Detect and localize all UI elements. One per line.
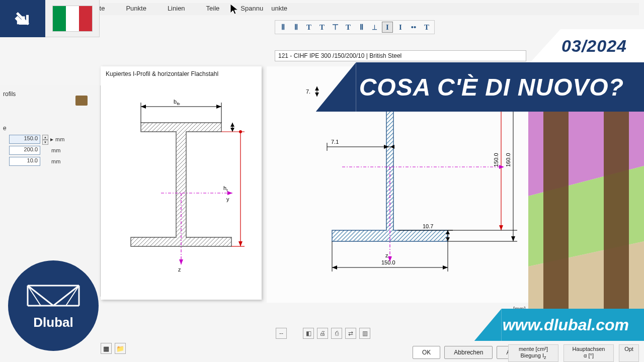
svg-marker-58 <box>511 236 515 241</box>
right-tool-2[interactable]: 🖨 <box>317 328 328 339</box>
menu-item-teile[interactable]: Teile <box>203 3 223 15</box>
svg-marker-50 <box>499 225 503 230</box>
svg-text:150.0: 150.0 <box>493 153 499 167</box>
arrow-down-right-icon <box>13 9 32 28</box>
section-type-t4[interactable]: T <box>343 22 354 33</box>
section-type-i4[interactable]: I <box>395 22 406 33</box>
diagram-title: Kupiertes I-Profil & horizontaler Flachs… <box>106 70 257 77</box>
svg-text:y: y <box>226 196 229 202</box>
menu-item-punkte[interactable]: Punkte <box>123 3 149 15</box>
param-spin-1[interactable]: ▲▼ <box>42 135 48 144</box>
left-tool-2[interactable]: 📁 <box>115 343 126 354</box>
ok-button[interactable]: OK <box>413 346 440 359</box>
menu-item-spannungspunkte-b[interactable]: unkte <box>268 3 290 15</box>
left-mini-toolbar: ▦ 📁 <box>101 343 126 354</box>
section-description: 121 - CIHF IPE 300 /150/200/10 | British… <box>275 50 526 61</box>
section-type-i1[interactable]: Ⅱ <box>277 22 288 33</box>
svg-marker-15 <box>230 128 234 132</box>
section-type-toolbar: Ⅱ Ⅱ T T ⊤ T Ⅱ ⟂ I I •• T <box>275 20 435 34</box>
flag-italy-icon <box>52 6 93 32</box>
svg-marker-61 <box>499 165 504 169</box>
param-unit-2: mm <box>51 147 60 153</box>
svg-marker-11 <box>216 105 221 109</box>
svg-text:7.: 7. <box>306 88 310 95</box>
section-type-i3[interactable]: Ⅱ <box>356 22 367 33</box>
url-text: www.dlubal.com <box>502 309 644 341</box>
right-mini-toolbar: -- ◧ 🖨 ⎙ ⇄ ▥ <box>276 328 370 339</box>
badge-arrow <box>0 0 45 37</box>
svg-marker-45 <box>332 265 337 269</box>
menu-item-spannungspunkte-a[interactable]: Spannu <box>237 3 266 15</box>
svg-text:z: z <box>385 252 388 258</box>
param-input-1[interactable]: 150.0 <box>9 135 40 144</box>
svg-line-70 <box>53 286 79 306</box>
svg-text:10.7: 10.7 <box>423 223 433 229</box>
headline-text: COSA C'È DI NUOVO? <box>356 62 644 112</box>
section-type-t1[interactable]: T <box>303 22 314 33</box>
library-icon[interactable] <box>75 96 88 106</box>
svg-line-69 <box>28 286 53 306</box>
param-unit-3: mm <box>51 158 60 164</box>
svg-line-71 <box>28 286 41 306</box>
svg-marker-46 <box>443 265 448 269</box>
section-type-dots[interactable]: •• <box>408 22 419 33</box>
svg-text:7.1: 7.1 <box>331 139 339 145</box>
section-type-selected[interactable]: I <box>382 22 393 33</box>
section-type-i2[interactable]: Ⅱ <box>290 22 301 33</box>
url-banner: www.dlubal.com <box>474 309 644 341</box>
svg-text:bfb: bfb <box>174 99 180 106</box>
col-header-1: mente [cm²] Biegung Iz <box>508 344 558 362</box>
svg-marker-22 <box>227 191 232 195</box>
svg-marker-4 <box>543 80 569 337</box>
param-input-2[interactable]: 200.0 <box>9 146 40 155</box>
svg-text:z: z <box>178 266 181 273</box>
section-type-if[interactable]: ⟂ <box>369 22 380 33</box>
badge-date: 03/2024 <box>530 29 644 62</box>
svg-marker-10 <box>141 105 146 109</box>
left-tool-1[interactable]: ▦ <box>101 343 112 354</box>
right-tool-dash: -- <box>276 328 287 339</box>
right-tool-3[interactable]: ⎙ <box>331 328 342 339</box>
param-spin-indicator: ▸ <box>50 136 53 143</box>
section-type-t2[interactable]: T <box>316 22 328 33</box>
svg-text:150.0: 150.0 <box>381 259 395 265</box>
table-column-headers: mente [cm²] Biegung Iz Hauptachsen α [°]… <box>508 344 639 362</box>
svg-marker-26 <box>179 259 183 264</box>
param-label-e: e <box>3 125 7 132</box>
svg-marker-18 <box>238 241 243 246</box>
bridge-icon <box>26 282 81 311</box>
param-unit-1: mm <box>55 136 64 142</box>
col-header-2: Hauptachsen α [°] <box>564 344 614 362</box>
svg-text:160.0: 160.0 <box>505 153 511 167</box>
badge-flag-it <box>45 0 100 37</box>
right-tool-5[interactable]: ▥ <box>359 328 370 339</box>
profile-diagram-left: bfb ht y z <box>106 77 257 289</box>
param-input-3[interactable]: 10.0 <box>9 157 40 166</box>
menu-bar: erte Punkte Linien Teile Spannu unkte <box>91 3 639 15</box>
cancel-button[interactable]: Abbrechen <box>444 346 493 359</box>
svg-marker-14 <box>230 123 234 127</box>
date-text: 03/2024 <box>560 29 644 62</box>
right-tool-4[interactable]: ⇄ <box>345 328 356 339</box>
menu-item-linien[interactable]: Linien <box>165 3 188 15</box>
svg-line-72 <box>66 286 79 306</box>
headline-banner: COSA C'È DI NUOVO? <box>316 62 644 112</box>
dlubal-logo: Dlubal <box>8 260 99 351</box>
profile-diagram-card: Kupiertes I-Profil & horizontaler Flachs… <box>101 66 262 300</box>
section-type-t3[interactable]: ⊤ <box>330 22 341 33</box>
svg-text:ht: ht <box>223 185 228 193</box>
right-tool-1[interactable]: ◧ <box>303 328 314 339</box>
section-type-t5[interactable]: T <box>421 22 432 33</box>
col-header-3: Opt <box>619 344 639 362</box>
logo-text: Dlubal <box>33 315 73 330</box>
